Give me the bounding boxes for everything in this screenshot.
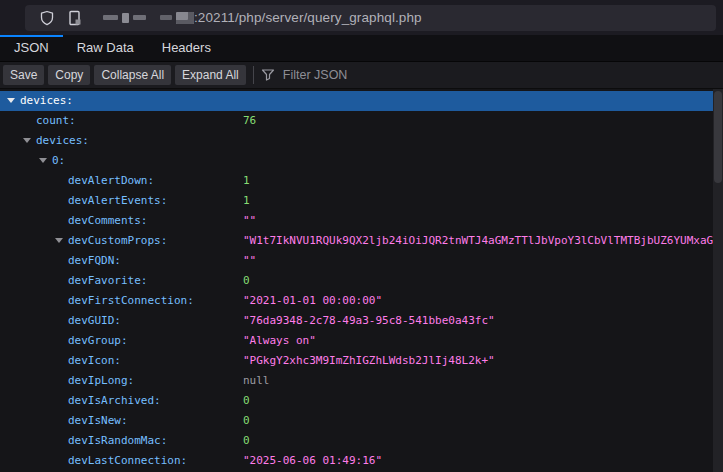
json-value: "2025-06-06 01:49:16" bbox=[243, 451, 382, 471]
json-row[interactable]: devGUID:"76da9348-2c78-49a3-95c8-541bbe0… bbox=[0, 311, 723, 331]
json-key: devIsArchived: bbox=[68, 394, 161, 407]
scrollbar-track[interactable] bbox=[713, 89, 723, 472]
json-row[interactable]: devLastConnection:"2025-06-06 01:49:16" bbox=[0, 451, 723, 471]
json-row[interactable]: devices: bbox=[0, 91, 723, 111]
json-key: devFQDN: bbox=[68, 254, 121, 267]
expand-all-button[interactable]: Expand All bbox=[175, 65, 246, 85]
json-key: devIsRandomMac: bbox=[68, 434, 167, 447]
json-row[interactable]: devCustomProps:"W1t7IkNVU1RQUk9QX2ljb24i… bbox=[0, 231, 723, 251]
json-key: devLastConnection: bbox=[68, 454, 187, 467]
json-key: count: bbox=[36, 114, 76, 127]
shield-icon[interactable] bbox=[33, 6, 61, 30]
json-row[interactable]: devIsNew:0 bbox=[0, 411, 723, 431]
copy-button[interactable]: Copy bbox=[48, 65, 90, 85]
redacted-host bbox=[103, 12, 194, 24]
json-key: devAlertEvents: bbox=[68, 194, 167, 207]
json-row[interactable]: devFirstConnection:"2021-01-01 00:00:00" bbox=[0, 291, 723, 311]
json-key: devices: bbox=[36, 134, 89, 147]
json-key: devIpLong: bbox=[68, 374, 134, 387]
json-value: "" bbox=[243, 251, 256, 271]
toolbar-separator bbox=[253, 66, 254, 84]
json-row[interactable]: devIcon:"PGkgY2xhc3M9ImZhIGZhLWdsb2JlIj4… bbox=[0, 351, 723, 371]
json-key: 0: bbox=[52, 154, 65, 167]
json-key: devGUID: bbox=[68, 314, 121, 327]
json-row[interactable]: devAlertEvents:1 bbox=[0, 191, 723, 211]
json-value: 0 bbox=[243, 411, 250, 431]
json-toolbar: Save Copy Collapse All Expand All bbox=[0, 62, 723, 89]
json-viewer-tab-bar: JSON Raw Data Headers bbox=[0, 35, 723, 62]
json-rows: devices:count:76devices:0:devAlertDown:1… bbox=[0, 91, 723, 471]
json-row[interactable]: devIsRandomMac:0 bbox=[0, 431, 723, 451]
json-value: "Always on" bbox=[243, 331, 316, 351]
json-row[interactable]: devIpLong:null bbox=[0, 371, 723, 391]
url-text: :20211/php/server/query_graphql.php bbox=[194, 10, 422, 25]
json-row[interactable]: devFavorite:0 bbox=[0, 271, 723, 291]
filter-json-input[interactable] bbox=[281, 67, 451, 83]
json-value: 0 bbox=[243, 391, 250, 411]
json-value: 76 bbox=[243, 111, 256, 131]
tab-raw-data[interactable]: Raw Data bbox=[63, 35, 148, 61]
tab-headers[interactable]: Headers bbox=[148, 35, 225, 61]
filter-funnel-icon bbox=[261, 68, 275, 82]
json-value: "76da9348-2c78-49a3-95c8-541bbe0a43fc" bbox=[243, 311, 495, 331]
json-value: 0 bbox=[243, 431, 250, 451]
json-row[interactable]: 0: bbox=[0, 151, 723, 171]
json-key: devices: bbox=[20, 94, 73, 107]
twisty-expanded-icon[interactable] bbox=[7, 98, 15, 103]
json-value: 0 bbox=[243, 271, 250, 291]
json-key: devFirstConnection: bbox=[68, 294, 194, 307]
json-value: "W1t7IkNVU1RQUk9QX2ljb24iOiJQR2tnWTJ4aGM… bbox=[243, 231, 723, 251]
json-value: "2021-01-01 00:00:00" bbox=[243, 291, 382, 311]
json-key: devFavorite: bbox=[68, 274, 147, 287]
json-key: devIsNew: bbox=[68, 414, 128, 427]
twisty-expanded-icon[interactable] bbox=[39, 158, 47, 163]
browser-toolbar: :20211/php/server/query_graphql.php bbox=[0, 0, 723, 35]
twisty-expanded-icon[interactable] bbox=[55, 238, 63, 243]
json-value: 1 bbox=[243, 171, 250, 191]
url-bar[interactable]: :20211/php/server/query_graphql.php bbox=[25, 5, 716, 31]
save-button[interactable]: Save bbox=[3, 65, 44, 85]
page-icon[interactable] bbox=[61, 6, 89, 30]
json-row[interactable]: devFQDN:"" bbox=[0, 251, 723, 271]
tab-json[interactable]: JSON bbox=[0, 35, 63, 61]
twisty-expanded-icon[interactable] bbox=[23, 138, 31, 143]
scrollbar-thumb[interactable] bbox=[714, 91, 722, 183]
json-value: 1 bbox=[243, 191, 250, 211]
json-key: devGroup: bbox=[68, 334, 128, 347]
json-row[interactable]: devIsArchived:0 bbox=[0, 391, 723, 411]
json-value: null bbox=[243, 371, 270, 391]
json-row[interactable]: devGroup:"Always on" bbox=[0, 331, 723, 351]
json-tree: devices:count:76devices:0:devAlertDown:1… bbox=[0, 89, 723, 472]
json-row[interactable]: count:76 bbox=[0, 111, 723, 131]
json-key: devAlertDown: bbox=[68, 174, 154, 187]
json-key: devIcon: bbox=[68, 354, 121, 367]
json-row[interactable]: devAlertDown:1 bbox=[0, 171, 723, 191]
json-key: devComments: bbox=[68, 214, 147, 227]
json-value: "PGkgY2xhc3M9ImZhIGZhLWdsb2JlIj48L2k+" bbox=[243, 351, 495, 371]
json-key: devCustomProps: bbox=[68, 234, 167, 247]
json-row[interactable]: devComments:"" bbox=[0, 211, 723, 231]
json-row[interactable]: devices: bbox=[0, 131, 723, 151]
collapse-all-button[interactable]: Collapse All bbox=[94, 65, 171, 85]
json-value: "" bbox=[243, 211, 256, 231]
